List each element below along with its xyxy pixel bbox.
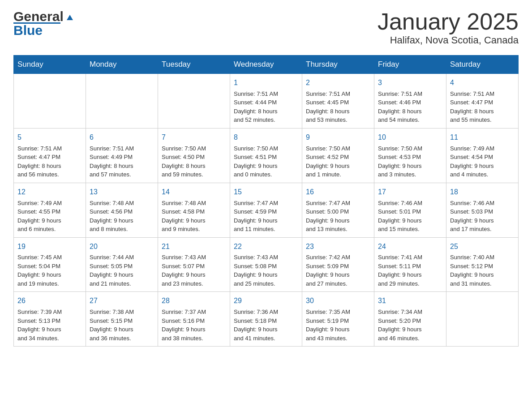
- day-info: Sunrise: 7:48 AM Sunset: 4:56 PM Dayligh…: [90, 199, 154, 234]
- title-section: January 2025 Halifax, Nova Scotia, Canad…: [378, 9, 519, 46]
- header-thursday: Thursday: [302, 56, 374, 74]
- day-info: Sunrise: 7:46 AM Sunset: 5:03 PM Dayligh…: [450, 199, 515, 234]
- table-row: 18Sunrise: 7:46 AM Sunset: 5:03 PM Dayli…: [446, 183, 519, 237]
- table-row: 26Sunrise: 7:39 AM Sunset: 5:13 PM Dayli…: [14, 292, 86, 347]
- table-row: 14Sunrise: 7:48 AM Sunset: 4:58 PM Dayli…: [158, 183, 230, 237]
- day-info: Sunrise: 7:50 AM Sunset: 4:51 PM Dayligh…: [234, 144, 298, 179]
- logo-triangle-icon: [65, 12, 75, 22]
- day-number: 11: [450, 132, 515, 143]
- table-row: [158, 74, 230, 128]
- day-info: Sunrise: 7:46 AM Sunset: 5:01 PM Dayligh…: [378, 199, 442, 234]
- day-info: Sunrise: 7:40 AM Sunset: 5:12 PM Dayligh…: [450, 253, 515, 288]
- table-row: 30Sunrise: 7:35 AM Sunset: 5:19 PM Dayli…: [302, 292, 374, 347]
- day-number: 18: [450, 187, 515, 198]
- day-info: Sunrise: 7:51 AM Sunset: 4:47 PM Dayligh…: [450, 90, 515, 124]
- calendar-table: Sunday Monday Tuesday Wednesday Thursday…: [13, 55, 519, 347]
- day-number: 23: [306, 241, 370, 253]
- table-row: 1Sunrise: 7:51 AM Sunset: 4:44 PM Daylig…: [230, 74, 302, 128]
- table-row: 19Sunrise: 7:45 AM Sunset: 5:04 PM Dayli…: [14, 237, 86, 292]
- day-info: Sunrise: 7:51 AM Sunset: 4:47 PM Dayligh…: [17, 144, 82, 179]
- page-header: General Blue January 2025 Halifax, Nova …: [13, 9, 519, 46]
- header-sunday: Sunday: [14, 56, 86, 74]
- table-row: 6Sunrise: 7:51 AM Sunset: 4:49 PM Daylig…: [86, 128, 158, 183]
- day-number: 21: [162, 241, 226, 253]
- day-info: Sunrise: 7:49 AM Sunset: 4:55 PM Dayligh…: [17, 199, 82, 234]
- day-number: 1: [234, 77, 298, 89]
- day-info: Sunrise: 7:38 AM Sunset: 5:15 PM Dayligh…: [90, 308, 154, 342]
- table-row: 20Sunrise: 7:44 AM Sunset: 5:05 PM Dayli…: [86, 237, 158, 292]
- day-number: 15: [234, 187, 298, 198]
- day-info: Sunrise: 7:43 AM Sunset: 5:07 PM Dayligh…: [162, 253, 226, 288]
- day-info: Sunrise: 7:50 AM Sunset: 4:53 PM Dayligh…: [378, 144, 442, 179]
- table-row: 13Sunrise: 7:48 AM Sunset: 4:56 PM Dayli…: [86, 183, 158, 237]
- day-info: Sunrise: 7:51 AM Sunset: 4:46 PM Dayligh…: [378, 90, 442, 124]
- day-number: 24: [378, 241, 442, 253]
- day-info: Sunrise: 7:44 AM Sunset: 5:05 PM Dayligh…: [90, 253, 154, 288]
- day-info: Sunrise: 7:34 AM Sunset: 5:20 PM Dayligh…: [378, 308, 442, 342]
- day-info: Sunrise: 7:47 AM Sunset: 4:59 PM Dayligh…: [234, 199, 298, 234]
- calendar-header: Sunday Monday Tuesday Wednesday Thursday…: [14, 56, 519, 74]
- day-info: Sunrise: 7:51 AM Sunset: 4:49 PM Dayligh…: [90, 144, 154, 179]
- day-info: Sunrise: 7:48 AM Sunset: 4:58 PM Dayligh…: [162, 199, 226, 234]
- logo: General Blue: [13, 9, 75, 38]
- table-row: 8Sunrise: 7:50 AM Sunset: 4:51 PM Daylig…: [230, 128, 302, 183]
- day-info: Sunrise: 7:37 AM Sunset: 5:16 PM Dayligh…: [162, 308, 226, 342]
- table-row: 21Sunrise: 7:43 AM Sunset: 5:07 PM Dayli…: [158, 237, 230, 292]
- table-row: 23Sunrise: 7:42 AM Sunset: 5:09 PM Dayli…: [302, 237, 374, 292]
- calendar-week-3: 12Sunrise: 7:49 AM Sunset: 4:55 PM Dayli…: [14, 183, 519, 237]
- svg-marker-0: [67, 15, 73, 20]
- day-info: Sunrise: 7:35 AM Sunset: 5:19 PM Dayligh…: [306, 308, 370, 342]
- day-number: 30: [306, 295, 370, 307]
- day-number: 7: [162, 132, 226, 143]
- day-number: 10: [378, 132, 442, 143]
- table-row: 31Sunrise: 7:34 AM Sunset: 5:20 PM Dayli…: [374, 292, 446, 347]
- calendar-week-4: 19Sunrise: 7:45 AM Sunset: 5:04 PM Dayli…: [14, 237, 519, 292]
- day-number: 25: [450, 241, 515, 253]
- location-title: Halifax, Nova Scotia, Canada: [378, 34, 519, 46]
- table-row: 25Sunrise: 7:40 AM Sunset: 5:12 PM Dayli…: [446, 237, 519, 292]
- day-number: 28: [162, 295, 226, 307]
- day-number: 16: [306, 187, 370, 198]
- calendar-week-2: 5Sunrise: 7:51 AM Sunset: 4:47 PM Daylig…: [14, 128, 519, 183]
- day-info: Sunrise: 7:49 AM Sunset: 4:54 PM Dayligh…: [450, 144, 515, 179]
- day-info: Sunrise: 7:45 AM Sunset: 5:04 PM Dayligh…: [17, 253, 82, 288]
- calendar-week-1: 1Sunrise: 7:51 AM Sunset: 4:44 PM Daylig…: [14, 74, 519, 128]
- table-row: 15Sunrise: 7:47 AM Sunset: 4:59 PM Dayli…: [230, 183, 302, 237]
- calendar-week-5: 26Sunrise: 7:39 AM Sunset: 5:13 PM Dayli…: [14, 292, 519, 347]
- day-number: 2: [306, 77, 370, 89]
- table-row: 5Sunrise: 7:51 AM Sunset: 4:47 PM Daylig…: [14, 128, 86, 183]
- day-number: 9: [306, 132, 370, 143]
- day-number: 6: [90, 132, 154, 143]
- day-info: Sunrise: 7:50 AM Sunset: 4:52 PM Dayligh…: [306, 144, 370, 179]
- day-number: 8: [234, 132, 298, 143]
- table-row: [14, 74, 86, 128]
- table-row: 2Sunrise: 7:51 AM Sunset: 4:45 PM Daylig…: [302, 74, 374, 128]
- table-row: 16Sunrise: 7:47 AM Sunset: 5:00 PM Dayli…: [302, 183, 374, 237]
- day-number: 17: [378, 187, 442, 198]
- table-row: [446, 292, 519, 347]
- header-saturday: Saturday: [446, 56, 519, 74]
- table-row: 24Sunrise: 7:41 AM Sunset: 5:11 PM Dayli…: [374, 237, 446, 292]
- day-info: Sunrise: 7:42 AM Sunset: 5:09 PM Dayligh…: [306, 253, 370, 288]
- table-row: 4Sunrise: 7:51 AM Sunset: 4:47 PM Daylig…: [446, 74, 519, 128]
- day-info: Sunrise: 7:50 AM Sunset: 4:50 PM Dayligh…: [162, 144, 226, 179]
- table-row: 11Sunrise: 7:49 AM Sunset: 4:54 PM Dayli…: [446, 128, 519, 183]
- day-info: Sunrise: 7:36 AM Sunset: 5:18 PM Dayligh…: [234, 308, 298, 342]
- table-row: 28Sunrise: 7:37 AM Sunset: 5:16 PM Dayli…: [158, 292, 230, 347]
- day-info: Sunrise: 7:47 AM Sunset: 5:00 PM Dayligh…: [306, 199, 370, 234]
- day-number: 14: [162, 187, 226, 198]
- table-row: 7Sunrise: 7:50 AM Sunset: 4:50 PM Daylig…: [158, 128, 230, 183]
- day-info: Sunrise: 7:39 AM Sunset: 5:13 PM Dayligh…: [17, 308, 82, 342]
- header-friday: Friday: [374, 56, 446, 74]
- table-row: 9Sunrise: 7:50 AM Sunset: 4:52 PM Daylig…: [302, 128, 374, 183]
- day-number: 5: [17, 132, 82, 143]
- day-number: 26: [17, 295, 82, 307]
- day-info: Sunrise: 7:41 AM Sunset: 5:11 PM Dayligh…: [378, 253, 442, 288]
- table-row: [86, 74, 158, 128]
- table-row: 17Sunrise: 7:46 AM Sunset: 5:01 PM Dayli…: [374, 183, 446, 237]
- day-number: 12: [17, 187, 82, 198]
- table-row: 22Sunrise: 7:43 AM Sunset: 5:08 PM Dayli…: [230, 237, 302, 292]
- weekday-header-row: Sunday Monday Tuesday Wednesday Thursday…: [14, 56, 519, 74]
- day-number: 27: [90, 295, 154, 307]
- table-row: 12Sunrise: 7:49 AM Sunset: 4:55 PM Dayli…: [14, 183, 86, 237]
